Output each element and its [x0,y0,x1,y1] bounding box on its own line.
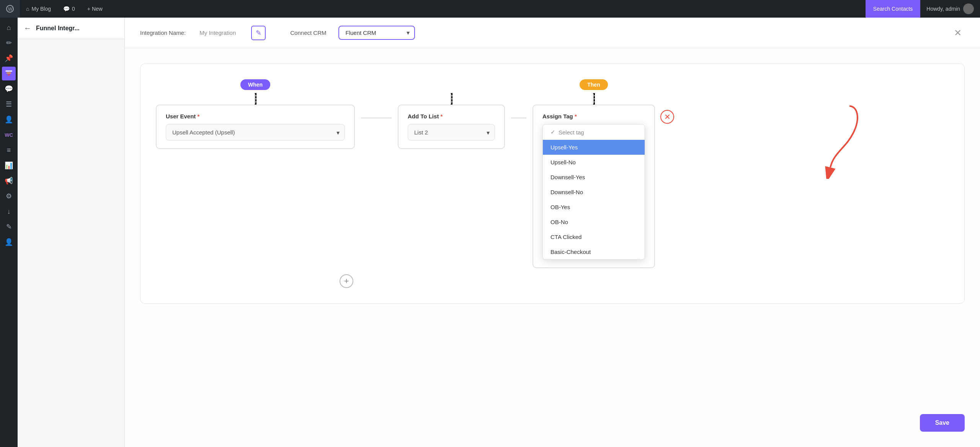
connector-line [361,118,392,118]
admin-bar: W ⌂ My Blog 💬 0 + New Search Contacts Ho… [0,0,980,18]
dropdown-item-ob-yes[interactable]: OB-Yes [543,200,645,214]
sidebar-icon-user[interactable]: 👤 [2,235,16,249]
svg-rect-4 [8,74,10,75]
dropdown-item-downsell-no[interactable]: Downsell-No [543,185,645,200]
svg-rect-3 [7,72,11,74]
assign-tag-label: Assign Tag * [542,113,645,120]
edit-integration-name-button[interactable]: ✎ [251,26,266,40]
howdy-label: Howdy, admin [926,6,960,12]
home-icon: ⌂ [26,6,29,12]
then-badge: Then [580,79,608,90]
list-connector [451,93,452,105]
admin-bar-right: Search Contacts Howdy, admin [866,0,980,18]
sidebar-icon-settings[interactable]: ⚙ [2,189,16,203]
main-content: Integration Name: My Integration ✎ Conne… [125,18,980,447]
when-connector [255,93,256,105]
modal-overlay: Integration Name: My Integration ✎ Conne… [125,18,980,447]
when-node: When User Event * Upsell Accepted (Upsel… [156,79,355,149]
left-sidebar: ⌂ ✏ 📌 💬 ☰ 👤 WC ≡ 📊 📢 ⚙ ↓ ✎ 👤 [0,18,18,447]
sidebar-icon-funnel[interactable] [2,67,16,80]
new-item[interactable]: + New [81,0,109,18]
dropdown-item-upsell-no[interactable]: Upsell-No [543,155,645,170]
second-sidebar-header: ← Funnel Integr... [18,18,124,39]
flow-canvas: When User Event * Upsell Accepted (Upsel… [140,64,965,304]
admin-bar-left: W ⌂ My Blog 💬 0 + New [0,0,109,18]
crm-select-wrapper: Fluent CRM [338,26,415,40]
connect-crm-label: Connect CRM [290,29,326,36]
flow-connector-line [355,79,398,118]
user-event-select[interactable]: Upsell Accepted (Upsell) [166,124,345,141]
modal-header: Integration Name: My Integration ✎ Conne… [125,18,980,48]
comments-icon: 💬 [63,6,70,12]
tag-connector [593,93,595,105]
add-to-list-card: Add To List * List 2 [398,105,505,149]
second-sidebar: ← Funnel Integr... [18,18,125,447]
sidebar-icon-woo[interactable]: WC [2,128,16,142]
user-event-required: * [198,113,200,120]
my-blog-label: My Blog [31,6,51,12]
add-node-button[interactable]: + [340,274,353,288]
close-icon: ✕ [954,28,962,38]
add-to-list-label: Add To List * [408,113,495,120]
dropdown-item-placeholder[interactable]: ✓ Select tag [543,124,645,140]
comments-item[interactable]: 💬 0 [57,0,81,18]
connector-line-2 [511,118,526,118]
assign-tag-required: * [575,113,577,120]
close-node-icon: ✕ [664,112,671,121]
new-label: + New [87,6,103,12]
add-to-list-select-wrapper: List 2 [408,124,495,141]
sidebar-icon-dashboard[interactable]: ⌂ [2,21,16,34]
wp-logo-item[interactable]: W [0,0,20,18]
sidebar-icon-comments[interactable]: 💬 [2,82,16,96]
sidebar-icon-pin[interactable]: 📌 [2,51,16,65]
save-button[interactable]: Save [920,414,965,432]
dropdown-item-cta-clicked[interactable]: CTA Clicked [543,229,645,244]
flow-row: When User Event * Upsell Accepted (Upsel… [156,79,949,268]
tag-dropdown: ✓ Select tag Upsell-Yes Upsell-No [542,124,645,260]
dropdown-item-ob-no[interactable]: OB-No [543,214,645,229]
check-icon: ✓ [550,129,555,136]
assign-tag-card: Assign Tag * ✓ Select tag Upsell-Y [532,105,655,268]
close-modal-button[interactable]: ✕ [951,26,965,40]
modal-body: When User Event * Upsell Accepted (Upsel… [125,48,980,447]
when-badge: When [240,79,270,90]
svg-text:W: W [8,7,13,12]
assign-tag-node: Then Assign Tag * ✓ Select ta [532,79,655,268]
comments-count: 0 [72,6,75,12]
flow-connector-line-2 [505,79,532,118]
close-node-button[interactable]: ✕ [660,110,674,124]
search-contacts-button[interactable]: Search Contacts [866,0,921,18]
edit-icon: ✎ [256,29,261,37]
plus-icon: + [344,276,349,286]
back-button[interactable]: ← [24,24,31,33]
crm-select[interactable]: Fluent CRM [338,26,415,40]
dropdown-item-upsell-yes[interactable]: Upsell-Yes [543,140,645,155]
svg-rect-2 [5,70,12,72]
dropdown-item-basic-checkout[interactable]: Basic-Checkout [543,244,645,259]
add-to-list-node: Add To List * List 2 [398,79,505,149]
add-to-list-select[interactable]: List 2 [408,124,495,141]
user-event-select-wrapper: Upsell Accepted (Upsell) [166,124,345,141]
user-event-label: User Event * [166,113,345,120]
sidebar-icon-orders[interactable]: ≡ [2,143,16,157]
add-to-list-required: * [441,113,443,120]
plus-btn-row: + [156,274,949,288]
sidebar-icon-edit[interactable]: ✏ [2,36,16,50]
integration-name-value: My Integration [199,29,236,36]
sidebar-icon-users[interactable]: 👤 [2,113,16,126]
integration-name-label: Integration Name: [140,29,186,36]
user-event-card: User Event * Upsell Accepted (Upsell) [156,105,355,149]
second-sidebar-title: Funnel Integr... [36,25,80,32]
sidebar-icon-announcements[interactable]: 📢 [2,174,16,188]
my-blog-item[interactable]: ⌂ My Blog [20,0,57,18]
howdy-item[interactable]: Howdy, admin [920,0,980,18]
sidebar-icon-list[interactable]: ☰ [2,97,16,111]
sidebar-icon-download[interactable]: ↓ [2,205,16,218]
avatar [963,3,974,14]
sidebar-icon-pen[interactable]: ✎ [2,220,16,234]
dropdown-item-downsell-yes[interactable]: Downsell-Yes [543,170,645,185]
sidebar-icon-analytics[interactable]: 📊 [2,159,16,172]
